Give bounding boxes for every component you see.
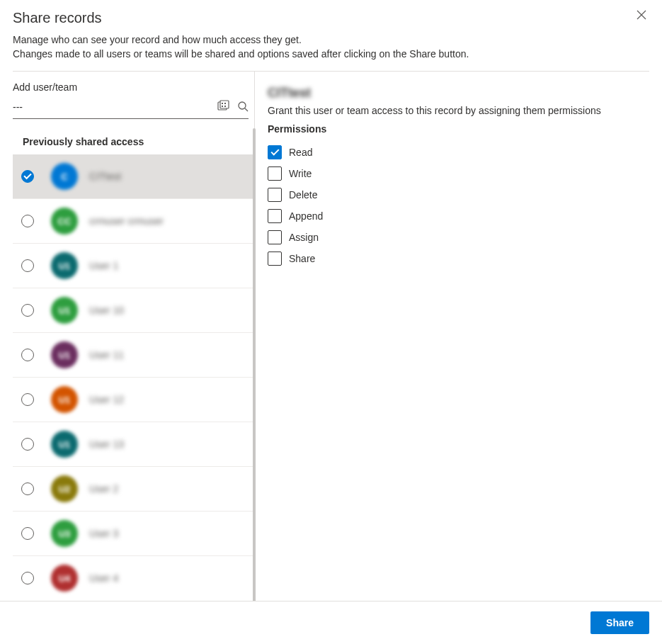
avatar: U1 [51, 341, 78, 368]
user-name: CITtest [89, 171, 121, 182]
svg-rect-3 [220, 101, 229, 108]
dialog-subtitle: Manage who can see your record and how m… [0, 33, 662, 71]
svg-point-8 [239, 102, 246, 109]
shared-access-header: Previously shared access [13, 119, 254, 154]
select-radio[interactable] [21, 304, 34, 317]
svg-rect-5 [224, 103, 226, 104]
permission-label: Assign [289, 232, 319, 243]
search-row [13, 97, 249, 119]
svg-rect-7 [224, 106, 226, 107]
permissions-list: ReadWriteDeleteAppendAssignShare [268, 142, 649, 269]
permission-row[interactable]: Read [268, 142, 649, 163]
permission-label: Delete [289, 189, 317, 200]
permission-row[interactable]: Write [268, 163, 649, 184]
permission-checkbox[interactable] [268, 230, 282, 244]
permission-label: Share [289, 253, 315, 264]
permission-label: Append [289, 210, 323, 222]
permission-label: Write [289, 168, 312, 179]
search-icon[interactable] [237, 101, 249, 114]
list-item[interactable]: CCITtest [13, 154, 254, 199]
list-item[interactable]: U2User 2 [13, 467, 254, 512]
add-user-label: Add user/team [13, 72, 254, 97]
select-radio[interactable] [21, 482, 34, 495]
close-button[interactable] [637, 10, 649, 23]
avatar: U1 [51, 252, 78, 279]
select-radio[interactable] [21, 572, 34, 584]
dialog-title: Share records [13, 10, 649, 26]
avatar: C [51, 163, 78, 190]
avatar: U1 [51, 431, 78, 458]
permission-row[interactable]: Share [268, 248, 649, 269]
scrollbar[interactable] [251, 128, 257, 638]
select-radio[interactable] [21, 215, 34, 227]
select-radio[interactable] [21, 527, 34, 540]
permission-row[interactable]: Append [268, 205, 649, 227]
permission-checkbox[interactable] [268, 188, 282, 202]
list-item[interactable]: U1User 1 [13, 244, 254, 288]
avatar: U1 [51, 297, 78, 324]
list-item[interactable]: U1User 12 [13, 378, 254, 422]
user-name: User 11 [89, 349, 124, 361]
select-radio[interactable] [21, 349, 34, 361]
svg-rect-4 [222, 103, 223, 104]
user-name: User 1 [89, 260, 118, 271]
user-name: User 10 [89, 305, 124, 316]
close-icon [637, 10, 646, 20]
user-name: User 12 [89, 394, 124, 405]
list-item[interactable]: U4User 4 [13, 556, 254, 600]
svg-line-9 [245, 108, 248, 111]
list-item[interactable]: U1User 13 [13, 422, 254, 467]
left-pane: Add user/team Previously shared access C… [13, 72, 255, 600]
permissions-header: Permissions [268, 123, 649, 135]
permission-checkbox[interactable] [268, 145, 282, 159]
select-radio[interactable] [21, 393, 34, 406]
permission-row[interactable]: Delete [268, 184, 649, 205]
select-radio[interactable] [21, 170, 34, 183]
permission-checkbox[interactable] [268, 252, 282, 266]
permission-row[interactable]: Assign [268, 227, 649, 248]
svg-rect-6 [222, 106, 223, 107]
avatar: U4 [51, 565, 78, 592]
selected-user-name: CITtest [268, 86, 649, 101]
select-radio[interactable] [21, 438, 34, 451]
list-item[interactable]: U1User 11 [13, 333, 254, 378]
share-button[interactable]: Share [590, 611, 649, 634]
permission-label: Read [289, 147, 312, 158]
user-list: CCITtestCCcrmuser crmuserU1User 1U1User … [13, 154, 254, 600]
permission-checkbox[interactable] [268, 209, 282, 223]
subtitle-line-1: Manage who can see your record and how m… [13, 33, 649, 47]
select-radio[interactable] [21, 259, 34, 272]
list-item[interactable]: U1User 10 [13, 288, 254, 333]
permission-checkbox[interactable] [268, 166, 282, 181]
avatar: U1 [51, 386, 78, 413]
search-input[interactable] [13, 101, 217, 113]
avatar: U2 [51, 475, 78, 502]
right-pane: CITtest Grant this user or team access t… [255, 72, 649, 600]
user-name: User 3 [89, 528, 118, 539]
avatar: U3 [51, 520, 78, 547]
footer: Share [0, 601, 662, 644]
grant-text: Grant this user or team access to this r… [268, 105, 649, 116]
list-item[interactable]: CCcrmuser crmuser [13, 199, 254, 244]
user-name: User 13 [89, 439, 124, 450]
user-name: User 2 [89, 483, 118, 495]
subtitle-line-2: Changes made to all users or teams will … [13, 47, 649, 62]
user-name: User 4 [89, 572, 118, 584]
list-item[interactable]: U3User 3 [13, 512, 254, 556]
directory-icon[interactable] [217, 100, 230, 114]
user-name: crmuser crmuser [89, 215, 164, 227]
avatar: CC [51, 208, 78, 235]
